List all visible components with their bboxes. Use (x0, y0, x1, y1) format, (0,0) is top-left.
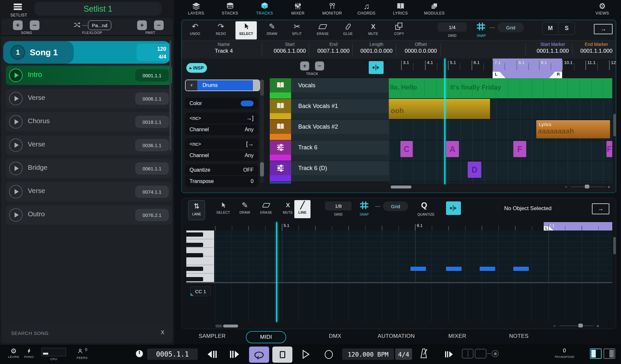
mute-tool-button[interactable]: X MUTE (363, 21, 384, 39)
stop-button[interactable] (272, 347, 292, 363)
copy-tool-button[interactable]: COPY (388, 21, 410, 39)
tab-notes[interactable]: NOTES (499, 333, 538, 339)
search-song-input[interactable] (11, 326, 147, 340)
midi-v-scrollbar-thumb[interactable] (613, 237, 616, 254)
transpose-row[interactable]: Transpose 0 (185, 176, 258, 187)
play-section-icon[interactable] (9, 69, 23, 82)
nav-lyrics[interactable]: LYRICS (384, 1, 417, 17)
loop-region[interactable]: LR (493, 59, 562, 78)
note-clip[interactable]: C (400, 141, 413, 157)
clip-area[interactable]: llo, Hello It's finally Friday ooh Lyric… (389, 78, 612, 184)
piano-keys[interactable] (186, 230, 214, 282)
nav-modules[interactable]: MODULES (418, 1, 451, 17)
add-part-button[interactable]: + (137, 20, 147, 30)
transpose-control[interactable]: 0 TRANSPOSE (547, 348, 582, 359)
midi-note[interactable] (480, 267, 495, 271)
pedal-b-button[interactable] (475, 349, 486, 359)
sidebar-scrollbar[interactable] (169, 40, 171, 150)
track-row[interactable]: Track 6 (270, 140, 389, 161)
section-row-verse-3[interactable]: Verse 0074.1.1 (6, 182, 172, 201)
search-clear-button[interactable]: X (161, 330, 164, 336)
inspector-scrollbar[interactable] (260, 80, 264, 183)
track-row[interactable]: Back Vocals #2 (270, 120, 389, 140)
play-section-icon[interactable] (9, 185, 23, 198)
song-card[interactable]: 1 Song 1 120 4/4 (3, 41, 171, 64)
info-start[interactable]: Start 0006.1.1.000 (267, 42, 313, 54)
skip-forward-button[interactable] (227, 349, 242, 359)
h-scrollbar-thumb[interactable] (391, 186, 411, 188)
nav-stacks[interactable]: STACKS (213, 1, 247, 17)
grid-value-display[interactable]: 1/4 (438, 23, 467, 32)
info-end[interactable]: End 0007.1.1.000 (310, 42, 357, 54)
section-row-verse-2[interactable]: Verse 0036.1.1 (6, 135, 172, 155)
piano-black-key[interactable] (186, 277, 203, 281)
loop-button[interactable] (249, 347, 269, 363)
bpm-display[interactable]: 120.000 BPM (342, 348, 394, 360)
color-row[interactable]: Color (185, 98, 258, 109)
preset-dropdown[interactable]: ▼ Drums (185, 80, 260, 91)
clip-back-vocals-2[interactable]: Lyrics aaaaaaaah (536, 120, 610, 138)
tab-midi[interactable]: MIDI (246, 331, 286, 343)
note-clip[interactable]: F (513, 141, 526, 157)
midi-ruler[interactable]: L5.16.17.1 (182, 222, 616, 230)
tab-dmx[interactable]: DMX (316, 333, 354, 339)
remove-part-button[interactable]: − (154, 20, 164, 30)
expand-arrow-button[interactable]: → (594, 24, 613, 34)
midi-autoscroll-button[interactable] (446, 201, 461, 215)
info-offset[interactable]: Offset 0000.0.0.000 (398, 42, 444, 54)
play-section-icon[interactable] (9, 92, 23, 105)
solo-button[interactable]: S (559, 22, 575, 35)
nav-layers[interactable]: LAYERS (179, 1, 213, 17)
panic-button[interactable]: PANIC (22, 347, 36, 359)
nav-views[interactable]: ⚙ VIEWS (585, 1, 619, 17)
loop-end-marker[interactable]: R (549, 72, 562, 78)
midi-draw-tool[interactable]: ✎ DRAW (234, 200, 256, 218)
midi-select-tool[interactable]: SELECT (212, 200, 234, 218)
select-tool-button[interactable]: SELECT (235, 21, 257, 39)
metronome-button[interactable] (419, 348, 428, 359)
section-row-outro[interactable]: Outro 0076.2.1 (6, 205, 172, 225)
play-section-icon[interactable] (9, 162, 23, 175)
section-row-verse-1[interactable]: Verse 0006.1.1 (6, 89, 172, 108)
midi-zoom-slider-thumb[interactable] (578, 324, 583, 327)
midi-line-tool[interactable]: ╱ LINE (294, 200, 310, 218)
tab-automation[interactable]: AUTOMATION (372, 333, 420, 339)
nav-chords[interactable]: ♫ CHORDS (350, 1, 383, 17)
piano-black-key[interactable] (186, 267, 203, 271)
info-name[interactable]: Name Track 4 (191, 42, 256, 54)
v-scrollbar-thumb[interactable] (613, 114, 616, 136)
track-row[interactable]: Back Vocals #1 (270, 99, 389, 119)
quantize-q-icon[interactable]: Q (421, 201, 427, 210)
add-song-button[interactable]: + (13, 20, 23, 30)
setlist-title[interactable]: Setlist 1 (34, 2, 162, 16)
meter-display[interactable]: 4/4 (395, 348, 412, 360)
view-split-right-button[interactable] (604, 348, 615, 359)
learn-button[interactable]: ⚙ LEARN (6, 347, 21, 359)
piano-black-key[interactable] (186, 243, 203, 247)
time-position-display[interactable]: 0005.1.1 (147, 348, 198, 360)
cc-lane-label[interactable]: CC 1 (190, 286, 211, 296)
midi-playhead[interactable] (276, 222, 277, 322)
note-clip[interactable]: F (606, 141, 612, 157)
note-clip[interactable]: A (446, 141, 459, 157)
midi-grid-mode-button[interactable]: Grid (383, 201, 408, 211)
remove-song-button[interactable]: − (30, 20, 39, 30)
midi-note-grid[interactable] (214, 230, 612, 282)
section-row-bridge[interactable]: Bridge 0061.1.1 (6, 159, 172, 178)
nav-tracks[interactable]: TRACKS (248, 1, 281, 17)
nav-mixer[interactable]: MIXER (281, 1, 315, 17)
midi-h-scrollbar-thumb[interactable] (223, 325, 238, 327)
record-button[interactable] (325, 350, 333, 359)
midi-grid-value-display[interactable]: 1/8 (325, 201, 352, 210)
timeline-ruler[interactable]: LR3.14.15.16.17.18.19.110.111.112 (182, 59, 616, 78)
midi-h-scrollbar-end[interactable] (215, 325, 222, 327)
split-tool-button[interactable]: ✂ SPLIT (286, 21, 308, 39)
quantize-row[interactable]: Quantize OFF (185, 164, 258, 176)
skip-back-button[interactable] (205, 349, 219, 359)
tab-sampler[interactable]: SAMPLER (193, 333, 232, 339)
midi-expand-arrow-button[interactable]: → (592, 203, 609, 214)
midi-note[interactable] (446, 267, 462, 271)
grid-mode-button[interactable]: Grid (497, 23, 524, 32)
midi-zoom-in-icon[interactable]: + (596, 323, 599, 328)
midi-out-row[interactable]: <nc> [→ (185, 138, 258, 150)
